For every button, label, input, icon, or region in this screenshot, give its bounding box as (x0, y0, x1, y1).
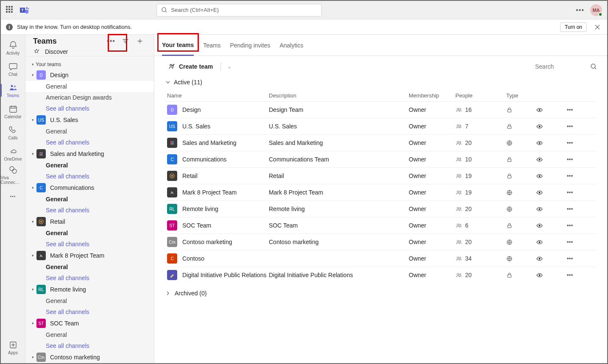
sidebar-channel[interactable]: General (25, 160, 154, 171)
sidebar-team[interactable]: ▾CCommunications (25, 182, 154, 194)
rail-apps[interactable]: Apps (1, 337, 25, 358)
visibility-icon[interactable] (536, 106, 561, 114)
table-row[interactable]: USU.S. SalesU.S. SalesOwner7••• (165, 118, 596, 134)
filter-icon[interactable] (119, 35, 132, 47)
rail-viva[interactable]: Viva Connec… (1, 164, 25, 186)
row-more-icon[interactable]: ••• (561, 272, 578, 278)
sidebar-channel[interactable]: General (25, 228, 154, 239)
cell-description: U.S. Sales (269, 123, 409, 130)
see-all-channels[interactable]: See all channels (25, 205, 154, 216)
table-row[interactable]: RetailRetailOwner19••• (165, 167, 596, 184)
row-more-icon[interactable]: ••• (561, 123, 578, 130)
row-more-icon[interactable]: ••• (561, 206, 578, 212)
col-people[interactable]: People (455, 92, 506, 99)
team-search[interactable] (535, 63, 597, 70)
see-all-channels[interactable]: See all channels (25, 171, 154, 182)
rail-chat[interactable]: Chat (1, 58, 25, 80)
rail-more[interactable]: ••• (1, 186, 25, 207)
turn-on-button[interactable]: Turn on (560, 22, 587, 32)
sidebar-team[interactable]: ▾USU.S. Sales (25, 114, 154, 126)
rail-teams[interactable]: Teams (1, 80, 25, 101)
create-team-button[interactable]: Create team (165, 61, 216, 72)
table-row[interactable]: Mark 8 Project TeamMark 8 Project TeamOw… (165, 184, 596, 200)
create-team-dropdown[interactable]: ⌄ (225, 63, 234, 71)
row-more-icon[interactable]: ••• (561, 189, 578, 196)
cell-type (506, 256, 536, 262)
sidebar-channel[interactable]: General (25, 126, 154, 137)
sidebar-team[interactable]: ▾RLRemote living (25, 283, 154, 295)
sidebar-channel[interactable]: General (25, 261, 154, 272)
visibility-icon[interactable] (536, 172, 561, 180)
visibility-icon[interactable] (536, 272, 561, 279)
col-type[interactable]: Type (506, 92, 536, 99)
tab-teams[interactable]: Teams (203, 35, 220, 56)
visibility-icon[interactable] (536, 156, 561, 163)
cell-people: 20 (455, 272, 506, 279)
rail-onedrive[interactable]: OneDrive (1, 143, 25, 164)
sidebar-team[interactable]: ▾STSOC Team (25, 317, 154, 329)
visibility-icon[interactable] (536, 222, 561, 229)
table-row[interactable]: CContosoOwner34••• (165, 250, 596, 267)
team-search-input[interactable] (535, 63, 586, 70)
global-search[interactable]: Search (Ctrl+Alt+E) (156, 4, 322, 17)
cell-name: CContoso (167, 253, 269, 264)
row-more-icon[interactable]: ••• (561, 222, 578, 229)
sidebar-team[interactable]: ▾DDesign (25, 69, 154, 81)
col-name[interactable]: Name (167, 92, 269, 99)
row-more-icon[interactable]: ••• (561, 106, 578, 113)
active-group[interactable]: Active (11) (154, 77, 607, 90)
row-more-icon[interactable]: ••• (561, 139, 578, 146)
teams-settings-icon[interactable]: ••• (105, 35, 117, 47)
sidebar-channel[interactable]: General (25, 194, 154, 205)
table-row[interactable]: CCommunicationsCommunications TeamOwner1… (165, 151, 596, 167)
table-row[interactable]: Digital Initiative Public RelationsDigit… (165, 267, 596, 283)
visibility-icon[interactable] (536, 206, 561, 213)
more-icon[interactable]: ••• (576, 6, 584, 14)
sidebar-channel[interactable]: General (25, 295, 154, 306)
table-row[interactable]: Sales and MarketingSales and MarketingOw… (165, 134, 596, 151)
profile-avatar[interactable]: MA (590, 4, 602, 16)
close-icon[interactable] (593, 22, 602, 32)
your-teams-section[interactable]: ▾Your teams (25, 60, 154, 69)
visibility-icon[interactable] (536, 123, 561, 130)
see-all-channels[interactable]: See all channels (25, 239, 154, 250)
row-more-icon[interactable]: ••• (561, 156, 578, 163)
see-all-channels[interactable]: See all channels (25, 272, 154, 283)
sidebar-team[interactable]: ▾Retail (25, 216, 154, 228)
see-all-channels[interactable]: See all channels (25, 137, 154, 148)
table-row[interactable]: RLRemote livingRemote livingOwner20••• (165, 200, 596, 217)
row-more-icon[interactable]: ••• (561, 239, 578, 245)
chevron-down-icon: ▾ (31, 186, 35, 190)
sidebar-channel[interactable]: General (25, 329, 154, 340)
visibility-icon[interactable] (536, 189, 561, 196)
rail-calls[interactable]: Calls (1, 122, 25, 143)
sidebar-channel[interactable]: General (25, 81, 154, 92)
tab-your-teams[interactable]: Your teams (162, 35, 194, 56)
col-description[interactable]: Description (269, 92, 409, 99)
rail-activity[interactable]: Activity (1, 37, 25, 58)
add-team-icon[interactable] (134, 35, 146, 47)
sidebar-team[interactable]: ▾Mark 8 Project Team (25, 250, 154, 261)
discover-item[interactable]: Discover (25, 47, 154, 56)
see-all-channels[interactable]: See all channels (25, 306, 154, 317)
row-more-icon[interactable]: ••• (561, 172, 578, 179)
visibility-icon[interactable] (536, 139, 561, 147)
see-all-channels[interactable]: See all channels (25, 103, 154, 114)
visibility-icon[interactable] (536, 255, 561, 262)
archived-group[interactable]: Archived (0) (154, 283, 607, 303)
tab-analytics[interactable]: Analytics (279, 35, 303, 56)
sidebar-team[interactable]: ▾CmContoso marketing (25, 351, 154, 363)
row-more-icon[interactable]: ••• (561, 255, 578, 262)
cell-name: CmContoso marketing (167, 237, 269, 247)
see-all-channels[interactable]: See all channels (25, 340, 154, 351)
app-launcher-icon[interactable] (6, 6, 14, 14)
table-row[interactable]: STSOC TeamSOC TeamOwner6••• (165, 217, 596, 233)
tab-pending-invites[interactable]: Pending invites (230, 35, 270, 56)
visibility-icon[interactable] (536, 239, 561, 246)
sidebar-channel[interactable]: American Design awards (25, 92, 154, 103)
col-membership[interactable]: Membership (409, 92, 455, 99)
rail-calendar[interactable]: Calendar (1, 101, 25, 122)
table-row[interactable]: DDesignDesign TeamOwner16••• (165, 101, 596, 118)
sidebar-team[interactable]: ▾Sales and Marketing (25, 148, 154, 160)
table-row[interactable]: CmContoso marketingContoso marketingOwne… (165, 233, 596, 250)
